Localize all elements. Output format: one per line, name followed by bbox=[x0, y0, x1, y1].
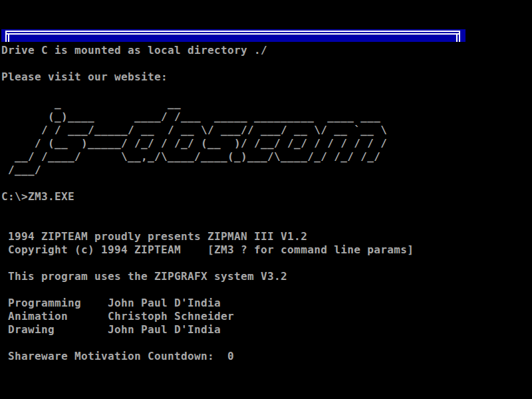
border-line-horizontal-outer bbox=[5, 31, 460, 32]
border-corner-right-inner bbox=[456, 33, 458, 42]
ascii-logo-line: __/ /____/ \__,_/\____/____(_)___/\____/… bbox=[1, 150, 380, 164]
border-corner-left-outer bbox=[5, 31, 7, 42]
console-line-website-prompt: Please visit our website: bbox=[1, 70, 168, 84]
countdown-line: Shareware Motivation Countdown: 0 bbox=[1, 350, 234, 363]
credit-line-animation: Animation Christoph Schneider bbox=[1, 310, 234, 323]
console-line-mount-message: Drive C is mounted as local directory ./ bbox=[1, 44, 267, 57]
border-line-horizontal-inner bbox=[5, 33, 460, 35]
ascii-logo-line: _ __ bbox=[1, 97, 181, 110]
dos-terminal-screen[interactable]: Drive C is mounted as local directory ./… bbox=[0, 0, 532, 399]
command-prompt-line: C:\>ZM3.EXE bbox=[1, 190, 74, 203]
border-corner-right-outer bbox=[459, 31, 460, 42]
banner-copyright-line: Copyright (c) 1994 ZIPTEAM [ZM3 ? for co… bbox=[1, 243, 414, 257]
ascii-logo-line: / / ___/_____/ __ / __ \/ ___// ___/ __ … bbox=[1, 124, 387, 137]
credit-line-programming: Programming John Paul D'India bbox=[1, 297, 221, 310]
engine-info-line: This program uses the ZIPGRAFX system V3… bbox=[1, 270, 287, 283]
credit-line-drawing: Drawing John Paul D'India bbox=[1, 323, 221, 336]
border-corner-left-inner bbox=[8, 33, 9, 42]
banner-presents-line: 1994 ZIPTEAM proudly presents ZIPMAN III… bbox=[1, 230, 307, 243]
ascii-logo-line: / (__ )_____/ /_/ / /_/ (__ )/ /__/ /_/ … bbox=[1, 137, 387, 150]
ascii-logo-line: /___/ bbox=[1, 164, 41, 177]
ascii-logo-line: (_)____ ____/ /___ _____ _________ ____ … bbox=[1, 110, 380, 124]
